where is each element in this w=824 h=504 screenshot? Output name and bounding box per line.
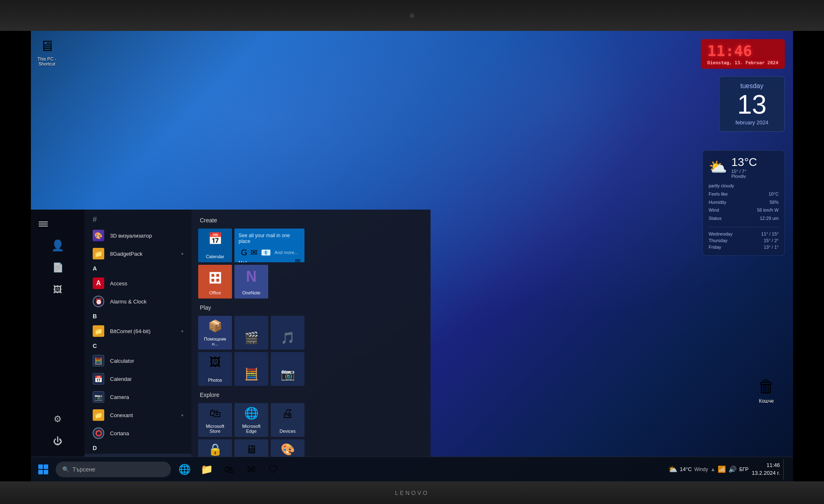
tile-devices-label: Devices — [279, 429, 295, 434]
tile-office[interactable]: ⊞ Office — [198, 265, 232, 299]
folder-icon-8gadget: 📁 — [93, 248, 104, 259]
taskbar-search-box[interactable]: 🔍 Търсене — [56, 462, 171, 477]
hamburger-line-3 — [39, 226, 48, 226]
applist-item-calculator[interactable]: 🧮 Calculator — [84, 352, 192, 370]
search-icon: 🔍 — [62, 466, 69, 473]
tile-pomoshnik-label: Помощник н... — [201, 336, 229, 346]
weather-description-row: partly cloudy — [709, 182, 779, 190]
recycle-bin-icon[interactable]: 🗑 Кошче — [748, 373, 785, 407]
sidebar-user-button[interactable]: 👤 — [31, 234, 84, 257]
tile-background[interactable]: 🖥 Background — [234, 439, 268, 457]
weather-humidity-row: Humidity 58% — [709, 198, 779, 207]
tiles-section-explore: Explore — [198, 388, 424, 403]
tile-store[interactable]: 🛍 Microsoft Store — [198, 403, 232, 437]
tile-lockscreen[interactable]: 🔒 Lock screen — [198, 439, 232, 457]
keyboard-lang: БГР — [739, 467, 748, 472]
taskbar-mail-button[interactable]: ✉ — [241, 459, 262, 480]
applist-section-c: C — [84, 340, 192, 352]
tile-photos[interactable]: 🖼 Photos — [198, 352, 232, 386]
gmail-icon: G — [241, 248, 248, 257]
windows-logo-icon — [38, 464, 48, 474]
tile-pomoshnik[interactable]: 📦 Помощник н... — [198, 316, 232, 350]
play-tiles-row1: 📦 Помощник н... 🎬 🎵 — [198, 316, 424, 350]
network-icon: 📶 — [718, 465, 726, 473]
tiles-section-play: Play — [198, 301, 424, 316]
applist-item-dolby[interactable]: 📁 Dolby ▾ — [84, 454, 192, 457]
applist-section-a: A — [84, 263, 192, 274]
weather-wind-row: Wind 56 km/h W — [709, 206, 779, 215]
taskbar-store-button[interactable]: 🛍 — [219, 459, 239, 480]
this-pc-icon-img: 🖥 — [40, 37, 54, 55]
expand-arrow-bitcomet: ▾ — [181, 329, 183, 334]
tile-calendar[interactable]: 📅 Calendar — [198, 229, 232, 262]
tile-mail[interactable]: See all your mail in one place G ✉ 📧 And… — [234, 229, 304, 262]
tile-calc2[interactable]: 🧮 — [234, 352, 268, 386]
cal-day-name: tuesday — [728, 82, 776, 90]
applist-item-bitcomet[interactable]: 📁 BitComet (64-bit) ▾ — [84, 322, 192, 340]
app-name-cortana: Cortana — [110, 430, 183, 436]
folder-icon-conexant: 📁 — [93, 409, 104, 421]
systray-icons: ⛅ 14°C Windy ▲ 📶 🔊 БГР — [668, 465, 749, 474]
applist-item-conexant[interactable]: 📁 Conexant ▾ — [84, 406, 192, 424]
app-name-conexant: Conexant — [110, 412, 176, 418]
weather-taskbar-condition: Windy — [694, 467, 708, 472]
sidebar-documents-button[interactable]: 📄 — [31, 257, 84, 279]
play-tiles-row2: 🖼 Photos 🧮 📷 — [198, 352, 424, 386]
app-icon-access: A — [93, 278, 104, 289]
applist-item-cortana[interactable]: ⭕ Cortana — [84, 424, 192, 442]
tile-devices[interactable]: 🖨 Devices — [271, 403, 304, 437]
search-placeholder: Търсене — [73, 466, 95, 473]
laptop-brand-label: LENOVO — [395, 490, 429, 496]
tile-music[interactable]: 🎵 — [271, 316, 304, 350]
app-icon-calendar: 📅 — [93, 373, 104, 385]
tile-video[interactable]: 🎬 — [234, 316, 268, 350]
screen-area: 🖥 This PC -Shortcut 🗑 Кошче 11:46 Dienst… — [31, 31, 793, 481]
applist-item-8gadget[interactable]: 📁 8GadgetPack ▾ — [84, 245, 192, 263]
app-name-alarms: Alarms & Clock — [110, 299, 183, 305]
forecast-day-1: Thursday — [709, 238, 728, 243]
tile-background-icon: 🖥 — [246, 443, 257, 456]
sidebar-power-button[interactable]: ⏻ — [31, 430, 84, 453]
weather-widget: ⛅ 13°C 15° / 7° Plovdiv partly cloudy Fe… — [702, 150, 785, 256]
show-desktop-button[interactable] — [783, 459, 787, 480]
tile-edge[interactable]: 🌐 Microsoft Edge — [234, 403, 268, 437]
weather-status-row: Status 12:29 um — [709, 215, 779, 223]
sidebar-photos-button[interactable]: 🖼 — [31, 279, 84, 301]
weather-icon: ⛅ — [709, 159, 727, 176]
applist-item-3d[interactable]: 🎨 3D визуализатор — [84, 226, 192, 245]
tile-colors[interactable]: 🎨 Colors — [271, 439, 304, 457]
tile-photos-label: Photos — [208, 378, 222, 383]
weather-taskbar-temp: 14°C — [680, 466, 692, 472]
taskbar-clock[interactable]: 11:46 13.2.2024 г. — [752, 462, 780, 476]
start-button[interactable] — [31, 457, 56, 482]
folder-icon-bitcomet: 📁 — [93, 325, 104, 337]
applist-item-alarms[interactable]: ⏰ Alarms & Clock — [84, 292, 192, 310]
tile-camera-icon: 📷 — [281, 367, 295, 381]
expand-systray-button[interactable]: ▲ — [711, 467, 716, 472]
tile-office-icon: ⊞ — [208, 268, 222, 287]
weather-description-label: partly cloudy — [709, 182, 734, 190]
laptop-frame-bottom: LENOVO — [0, 481, 824, 504]
taskbar-explorer-button[interactable]: 📁 — [197, 459, 217, 480]
weather-taskbar-icon: ⛅ — [668, 465, 677, 474]
desktop-icon-this-pc[interactable]: 🖥 This PC -Shortcut — [35, 35, 59, 69]
app-icon-alarms: ⏰ — [93, 296, 104, 307]
applist-item-calendar[interactable]: 📅 Calendar — [84, 370, 192, 388]
create-tiles-row: 📅 Calendar See all your mail in one plac… — [198, 229, 424, 262]
applist-item-access[interactable]: A Access — [84, 274, 192, 292]
forecast-temps-0: 11° / 15° — [761, 231, 779, 236]
laptop-frame-top — [0, 0, 824, 31]
weather-wind-val: 56 km/h W — [757, 206, 779, 215]
sidebar-settings-button[interactable]: ⚙ — [31, 408, 84, 430]
tile-onenote[interactable]: N OneNote — [234, 265, 268, 299]
taskbar-edge-button[interactable]: 🌐 — [174, 459, 195, 480]
applist-section-d: D — [84, 442, 192, 454]
applist-item-camera[interactable]: 📷 Camera — [84, 388, 192, 406]
mail-tile-footer: Mail ✉ — [239, 257, 300, 262]
taskbar-defender-button[interactable]: 🛡 — [263, 459, 284, 480]
sidebar-hamburger-button[interactable] — [31, 214, 56, 234]
weather-status-label: Status — [709, 215, 721, 223]
tile-camera2[interactable]: 📷 — [271, 352, 304, 386]
app-name-3d: 3D визуализатор — [110, 233, 183, 239]
weather-feels-val: 10°C — [768, 190, 779, 198]
